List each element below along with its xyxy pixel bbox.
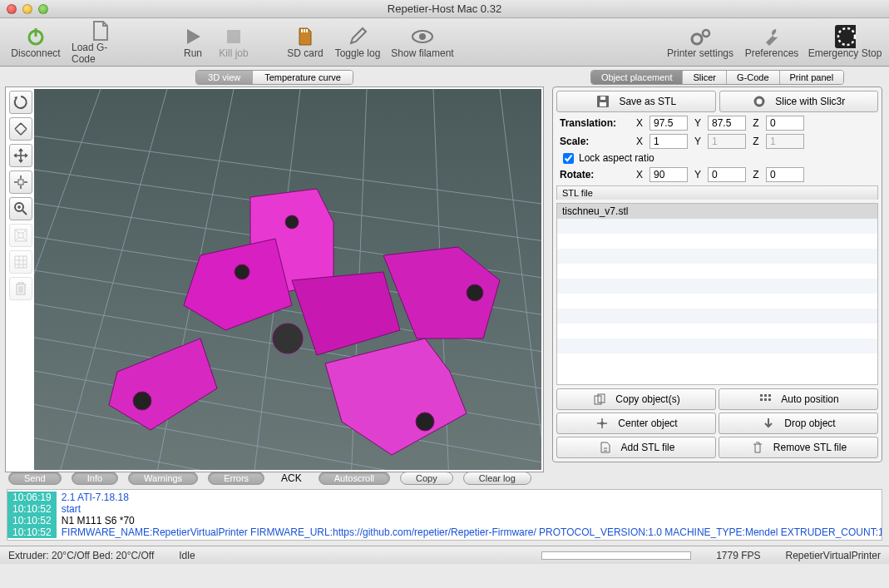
center-icon: [595, 418, 610, 429]
lock-aspect-checkbox[interactable]: [563, 153, 574, 164]
left-tabs: 3D view Temperature curve: [5, 70, 544, 85]
kill-job-button: Kill job: [216, 20, 251, 65]
right-tabs: Object placement Slicer G-Code Print pan…: [552, 70, 882, 85]
svg-rect-34: [768, 398, 771, 401]
translation-x-input[interactable]: [649, 116, 688, 131]
power-icon: [25, 26, 47, 47]
svg-rect-1: [35, 28, 37, 37]
wrench-icon: [761, 26, 783, 47]
info-filter-button[interactable]: Info: [72, 472, 118, 485]
preferences-button[interactable]: Preferences: [743, 20, 801, 65]
translation-z-input[interactable]: [766, 116, 804, 131]
svg-rect-30: [764, 394, 767, 397]
move-view-button[interactable]: [9, 144, 32, 167]
scale-x-input[interactable]: [649, 134, 688, 149]
svg-point-9: [703, 30, 709, 37]
svg-point-26: [758, 100, 761, 103]
copy-log-button[interactable]: Copy: [400, 472, 453, 485]
list-item: [557, 219, 877, 234]
arrow-down-icon: [761, 418, 776, 429]
svg-point-20: [467, 284, 483, 301]
fps-status: 1779 FPS: [716, 550, 760, 561]
send-filter-button[interactable]: Send: [8, 472, 62, 485]
grid-toggle-button[interactable]: [9, 250, 32, 274]
3d-viewport[interactable]: [34, 89, 541, 470]
move-object-button[interactable]: [9, 170, 32, 194]
add-stl-button[interactable]: Add STL file: [556, 437, 716, 458]
svg-point-16: [273, 324, 303, 353]
svg-rect-32: [760, 398, 763, 401]
list-item: [557, 309, 877, 324]
rotate-label: Rotate:: [560, 169, 630, 180]
slice-button[interactable]: Slice with Slic3r: [719, 91, 879, 112]
sd-card-button[interactable]: SD card: [284, 20, 326, 65]
stl-list-header: STL file: [556, 185, 878, 200]
list-item: [557, 279, 877, 294]
tab-object-placement[interactable]: Object placement: [591, 71, 684, 84]
emergency-stop-button[interactable]: Emergency Stop: [808, 20, 882, 65]
remove-stl-button[interactable]: Remove STL file: [719, 437, 878, 458]
copy-icon: [592, 393, 607, 405]
progress-bar: [541, 551, 691, 560]
clear-log-button[interactable]: Clear log: [463, 472, 531, 485]
svg-rect-12: [18, 180, 23, 185]
trash-button[interactable]: [9, 277, 32, 300]
perspective-button[interactable]: [9, 224, 32, 247]
rotate-view-button[interactable]: [9, 117, 32, 141]
translation-y-input[interactable]: [708, 116, 746, 131]
tab-slicer[interactable]: Slicer: [683, 71, 727, 84]
disconnect-button[interactable]: Disconnect: [7, 20, 65, 65]
titlebar: Repetier-Host Mac 0.32: [0, 0, 889, 18]
auto-position-button[interactable]: Auto position: [719, 388, 878, 410]
list-item: [557, 353, 877, 368]
warnings-filter-button[interactable]: Warnings: [128, 472, 198, 485]
load-gcode-button[interactable]: Load G-Code: [72, 20, 130, 65]
list-item: [557, 234, 877, 249]
stop-icon: [223, 26, 244, 47]
stl-file-list[interactable]: tischneu_v7.stl: [556, 203, 878, 385]
svg-point-7: [419, 33, 426, 40]
rotate-x-input[interactable]: [649, 167, 688, 182]
emergency-icon: [834, 26, 856, 47]
trash-icon: [750, 442, 765, 453]
object-placement-panel: Save as STL Slice with Slic3r Translatio…: [552, 86, 882, 462]
rotate-y-input[interactable]: [708, 167, 746, 182]
svg-rect-24: [600, 96, 605, 100]
list-item: [557, 249, 877, 264]
save-stl-button[interactable]: Save as STL: [556, 91, 716, 112]
errors-filter-button[interactable]: Errors: [208, 472, 264, 485]
grid-icon: [758, 393, 773, 405]
console-log[interactable]: 10:06:192.1 ATI-7.18.1810:10:52start10:1…: [7, 489, 882, 541]
center-object-button[interactable]: Center object: [556, 413, 716, 434]
list-item[interactable]: tischneu_v7.stl: [557, 204, 877, 219]
eye-icon: [412, 26, 433, 47]
reset-view-button[interactable]: [9, 91, 32, 114]
translation-label: Translation:: [560, 117, 630, 129]
drop-object-button[interactable]: Drop object: [719, 413, 878, 434]
file-add-icon: [598, 442, 613, 453]
printer-state: Idle: [179, 550, 195, 561]
pencil-icon: [347, 26, 368, 47]
autoscroll-button[interactable]: Autoscroll: [319, 472, 390, 485]
svg-rect-5: [306, 29, 308, 32]
list-item: [557, 264, 877, 279]
tab-gcode[interactable]: G-Code: [727, 71, 780, 84]
sd-card-icon: [294, 26, 316, 47]
run-button[interactable]: Run: [176, 20, 210, 65]
zoom-button[interactable]: [9, 197, 32, 220]
list-item: [557, 294, 877, 309]
printer-settings-button[interactable]: Printer settings: [664, 20, 736, 65]
copy-object-button[interactable]: Copy object(s): [556, 388, 716, 410]
scale-y-input: [708, 134, 746, 149]
tab-3d-view[interactable]: 3D view: [196, 71, 253, 84]
svg-point-35: [600, 422, 604, 425]
rotate-z-input[interactable]: [766, 167, 804, 182]
svg-point-17: [235, 264, 249, 279]
show-filament-button[interactable]: Show filament: [389, 20, 456, 65]
play-icon: [182, 26, 204, 47]
tab-print-panel[interactable]: Print panel: [780, 71, 844, 84]
view-tools: [7, 89, 34, 470]
scale-z-input: [766, 134, 804, 149]
tab-temperature-curve[interactable]: Temperature curve: [253, 71, 353, 84]
toggle-log-button[interactable]: Toggle log: [333, 20, 383, 65]
